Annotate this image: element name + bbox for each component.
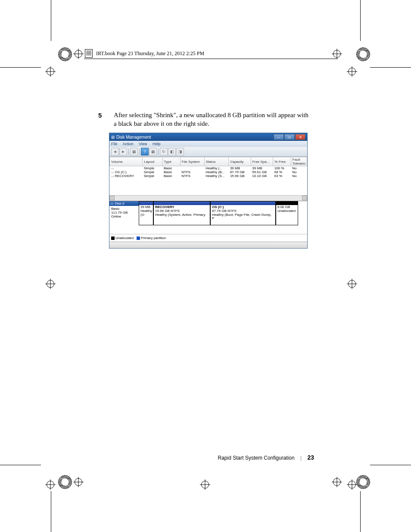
status-bar (109, 242, 307, 248)
legend: Unallocated Primary partition (109, 234, 307, 242)
toolbar-button[interactable]: ◧ (168, 148, 176, 156)
table-cell: OS (C:) (110, 170, 143, 174)
toolbar-button[interactable]: ▦ (130, 148, 138, 156)
crosshair-icon (45, 66, 56, 77)
partition-text: 8.00 GBUnallocated (276, 205, 298, 214)
col-fault[interactable]: Fault Toleranc (291, 157, 307, 166)
crosshair-icon (347, 479, 357, 490)
partition-text: RECOVERY15.98 GB NTFSHealthy (System, Ac… (154, 205, 210, 217)
disk-info[interactable]: ▭ Disk 0 Basic 111.79 GB Online (109, 201, 139, 225)
registration-rosette (356, 475, 370, 489)
col-freespace[interactable]: Free Spa... (251, 157, 273, 166)
table-cell: 10.10 GB (251, 174, 273, 178)
disk-graphical-view: ▭ Disk 0 Basic 111.79 GB Online 39 MBHea… (109, 201, 307, 225)
step-instruction: 5 After selecting "Shrink", a new unallo… (106, 111, 313, 128)
close-button[interactable]: ✕ (295, 134, 305, 140)
crosshair-icon (73, 49, 84, 59)
table-cell: Basic (162, 170, 180, 174)
legend-label: Unallocated (115, 236, 134, 240)
registration-rosette (58, 47, 72, 61)
menu-file[interactable]: File (111, 142, 118, 146)
col-filesystem[interactable]: File System (180, 157, 204, 166)
registration-rosette (356, 47, 370, 61)
footer-section: Rapid Start System Configuration (218, 455, 295, 461)
help-button[interactable]: ? (141, 148, 149, 156)
crosshair-icon (73, 477, 84, 487)
volume-list[interactable]: Volume Layout Type File System Status Ca… (109, 157, 307, 178)
partition-bar (276, 202, 298, 205)
window-title: Disk Management (116, 135, 151, 140)
menu-view[interactable]: View (139, 142, 147, 146)
crosshair-icon (347, 66, 357, 77)
partition[interactable]: OS (C:)87.79 GB NTFSHealthy (Boot, Page … (210, 201, 276, 225)
partition-text: 39 MBHealthy (O (139, 205, 153, 217)
table-cell (110, 166, 143, 171)
page-footer: Rapid Start System Configuration | 23 (142, 454, 314, 461)
legend-swatch-primary (137, 236, 140, 240)
table-cell: No (291, 166, 307, 171)
menu-action[interactable]: Action (123, 142, 134, 146)
crosshair-icon (200, 479, 210, 490)
menu-help[interactable]: Help (153, 142, 161, 146)
book-icon (85, 49, 93, 58)
disk-status: Online (111, 215, 137, 218)
table-cell: 100 % (273, 166, 291, 171)
legend-label: Primary partition (141, 236, 166, 240)
maximize-button[interactable]: ▭ (284, 134, 295, 140)
table-cell: 59.61 GB (251, 170, 273, 174)
page-number: 23 (307, 454, 314, 461)
col-pctfree[interactable]: % Free (273, 157, 291, 166)
toolbar-button[interactable]: ▦ (149, 148, 157, 156)
footer-separator: | (300, 455, 302, 461)
table-cell: 39 MB (229, 166, 251, 171)
table-cell: No (291, 174, 307, 178)
table-cell: Simple (143, 170, 162, 174)
table-cell: 63 % (273, 174, 291, 178)
app-icon: ⊞ (111, 135, 115, 140)
col-status[interactable]: Status (204, 157, 229, 166)
table-cell: 68 % (273, 170, 291, 174)
legend-swatch-unallocated (111, 236, 115, 240)
col-volume[interactable]: Volume (110, 157, 143, 166)
table-cell: Simple (143, 174, 162, 178)
toolbar: ◄ ► ▦ ? ▦ ↻ ◧ ◨ (109, 147, 307, 157)
crosshair-icon (45, 279, 56, 289)
crosshair-icon (332, 477, 342, 487)
disk-label: Disk 0 (115, 202, 124, 205)
back-button[interactable]: ◄ (111, 148, 119, 156)
partition[interactable]: RECOVERY15.98 GB NTFSHealthy (System, Ac… (153, 201, 210, 225)
crosshair-icon (347, 279, 357, 289)
table-row[interactable]: OS (C:)SimpleBasicNTFSHealthy (B...87.79… (110, 170, 307, 174)
toolbar-button[interactable]: ◨ (176, 148, 184, 156)
table-row[interactable]: SimpleBasicHealthy (...39 MB39 MB100 %No (110, 166, 307, 171)
menubar: File Action View Help (109, 141, 307, 147)
partition[interactable]: 8.00 GBUnallocated (276, 201, 298, 225)
horizontal-scrollbar[interactable] (109, 195, 307, 201)
table-cell: NTFS (180, 170, 204, 174)
table-cell: Simple (143, 166, 162, 171)
header-text: IRT.book Page 23 Thursday, June 21, 2012… (96, 50, 204, 57)
table-cell: Healthy (S... (204, 174, 229, 178)
step-text: After selecting "Shrink", a new unalloca… (114, 112, 308, 127)
table-cell: Healthy (B... (204, 170, 229, 174)
forward-button[interactable]: ► (119, 148, 127, 156)
disk-size: 111.79 GB (111, 211, 137, 215)
refresh-button[interactable]: ↻ (160, 148, 168, 156)
page-header: IRT.book Page 23 Thursday, June 21, 2012… (84, 49, 338, 59)
table-cell: Basic (162, 174, 180, 178)
col-capacity[interactable]: Capacity (229, 157, 251, 166)
table-cell: NTFS (180, 174, 204, 178)
table-cell: 39 MB (251, 166, 273, 171)
partition-bar (139, 202, 153, 205)
partition[interactable]: 39 MBHealthy (O (139, 201, 153, 225)
minimize-button[interactable]: — (274, 134, 284, 140)
table-cell: No (291, 170, 307, 174)
disk-management-window: ⊞ Disk Management — ▭ ✕ File Action View… (109, 133, 308, 249)
window-titlebar[interactable]: ⊞ Disk Management — ▭ ✕ (109, 133, 307, 141)
table-cell: 15.96 GB (229, 174, 251, 178)
table-row[interactable]: RECOVERYSimpleBasicNTFSHealthy (S...15.9… (110, 174, 307, 178)
table-cell: 87.79 GB (229, 170, 251, 174)
col-layout[interactable]: Layout (143, 157, 162, 166)
table-cell (180, 166, 204, 171)
col-type[interactable]: Type (162, 157, 180, 166)
